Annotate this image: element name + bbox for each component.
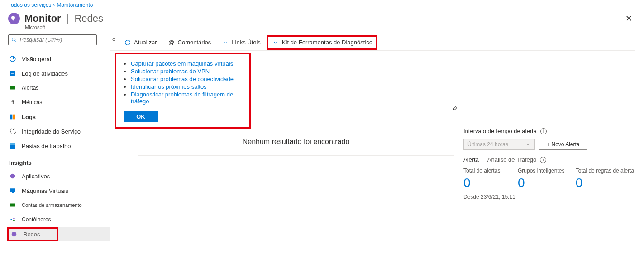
breadcrumb-link-monitoring[interactable]: Monitoramento [57,2,93,8]
heart-icon [9,128,16,135]
refresh-icon [124,39,131,46]
diagnostic-toolkit-button[interactable]: Kit de Ferramentas de Diagnóstico [267,35,377,50]
svg-rect-6 [10,86,15,90]
alerts-icon [9,84,16,91]
svg-line-1 [15,41,16,42]
diag-link-connectivity[interactable]: Solucionar problemas de conectividade [131,76,234,82]
button-label: Novo Alerta [551,141,579,148]
diag-link-traffic-filter[interactable]: Diagnosticar problemas de filtragem de t… [131,91,233,105]
stat-value[interactable]: 0 [463,176,504,190]
feedback-icon: @ [168,39,175,46]
sidebar-item-virtual-machines[interactable]: Máquinas Virtuais [8,183,110,198]
diag-link-next-hops[interactable]: Identificar os próximos saltos [131,83,207,90]
sidebar-item-containers[interactable]: Contêineres [8,212,110,227]
logs-icon [9,113,16,120]
chevron-down-icon [272,39,279,46]
sidebar-item-workbooks[interactable]: Pastas de trabalho [8,139,110,153]
svg-rect-13 [12,192,14,193]
toolbar-label: Atualizar [134,39,157,46]
sidebar-item-label: Aplicativos [22,173,50,180]
sidebar-item-service-health[interactable]: Integridade do Serviço [8,124,110,139]
info-icon[interactable]: i [540,157,546,163]
breadcrumb-link-services[interactable]: Todos os serviços [8,2,51,8]
sidebar-item-overview[interactable]: Visão geral [8,52,110,66]
info-icon[interactable]: i [540,128,547,134]
time-interval-dropdown[interactable]: Últimas 24 horas [463,139,535,150]
page-title: Monitor [24,13,61,24]
search-input-wrapper[interactable] [8,34,97,45]
svg-point-0 [12,38,15,41]
sidebar-item-label: Redes [23,231,40,238]
sidebar-item-logs[interactable]: Logs [8,110,110,124]
sidebar-item-label: Máquinas Virtuais [22,187,68,194]
chevron-down-icon [525,142,531,147]
chevron-down-icon [222,39,229,46]
svg-rect-5 [11,73,14,73]
feedback-button[interactable]: @ Comentários [163,34,216,50]
dropdown-value: Últimas 24 horas [467,141,508,148]
ok-button[interactable]: OK [124,111,158,122]
svg-rect-10 [10,143,15,145]
svg-rect-8 [13,115,15,120]
svg-point-15 [10,219,12,220]
alert-interval-label: Intervalo de tempo de alerta [463,128,537,134]
sidebar-item-applications[interactable]: Aplicativos [8,169,110,183]
toolbar: Atualizar @ Comentários Links Úteis Kit … [110,34,635,51]
sidebar-item-label: Pastas de trabalho [22,143,71,149]
networks-icon [10,230,18,238]
sidebar-item-label: Logs [22,114,36,120]
sidebar-item-label: Alertas [22,85,38,91]
stat-label: Grupos inteligentes [518,168,562,174]
sidebar-item-label: Contêineres [22,216,51,223]
metrics-icon: ﬁ [9,99,16,106]
page-header: Monitor | Redes ⋯ ✕ [0,10,644,26]
vm-icon [9,187,16,194]
diag-link-vpn[interactable]: Solucionar problemas de VPN [131,68,210,75]
stat-value[interactable]: 0 [576,176,631,190]
diag-link-capture-packets[interactable]: Capturar pacotes em máquinas virtuais [131,60,233,67]
sidebar-item-label: Contas de armazenamento [22,202,82,208]
stat-total-alerts: Total de alertas 0 [463,168,504,190]
sidebar-item-storage-accounts[interactable]: Contas de armazenamento [8,198,110,212]
svg-point-17 [13,220,15,222]
empty-state: Nenhum resultado foi encontrado [138,128,454,156]
toolbar-label: Comentários [178,39,211,46]
sidebar: « Visão geral Log de atividades Alertas … [0,34,110,241]
sidebar-item-activity-log[interactable]: Log de atividades [8,66,110,81]
sidebar-section-insights: Insights [9,159,110,166]
sidebar-item-networks[interactable]: Redes [7,227,110,241]
main-content: Atualizar @ Comentários Links Úteis Kit … [110,34,644,241]
stat-alert-rules: Total de regras de alerta 0 [576,168,631,190]
close-button[interactable]: ✕ [625,14,632,24]
diagnostic-panel: Capturar pacotes em máquinas virtuais So… [115,53,251,129]
plus-icon: + [546,141,549,148]
sidebar-item-label: Log de atividades [22,70,68,77]
more-button[interactable]: ⋯ [112,14,119,23]
monitor-icon [8,13,20,24]
alerts-panel: Intervalo de tempo de alerta i Últimas 2… [463,128,631,200]
svg-rect-12 [10,188,15,192]
search-icon [11,37,17,43]
new-alert-button[interactable]: + Novo Alerta [539,139,587,150]
svg-rect-7 [10,115,12,120]
svg-point-18 [12,232,17,237]
applications-icon [9,173,16,180]
pin-button[interactable] [451,105,458,114]
sidebar-item-alerts[interactable]: Alertas [8,81,110,95]
page-subtitle: Redes [74,13,103,24]
activity-log-icon [9,70,16,77]
sidebar-item-metrics[interactable]: ﬁ Métricas [8,95,110,110]
search-input[interactable] [20,37,94,43]
refresh-button[interactable]: Atualizar [119,34,162,50]
overview-icon [9,55,16,62]
useful-links-button[interactable]: Links Úteis [217,34,265,50]
svg-rect-14 [10,204,15,207]
stat-value[interactable]: 0 [518,176,562,190]
stat-label: Total de regras de alerta [576,168,631,174]
breadcrumb: Todos os serviços›Monitoramento [0,0,644,10]
alert-section-prefix: Alerta – [463,156,484,163]
empty-state-text: Nenhum resultado foi encontrado [243,138,350,146]
toolbar-label: Links Úteis [232,39,261,46]
svg-point-11 [10,174,15,179]
workbooks-icon [9,142,16,149]
